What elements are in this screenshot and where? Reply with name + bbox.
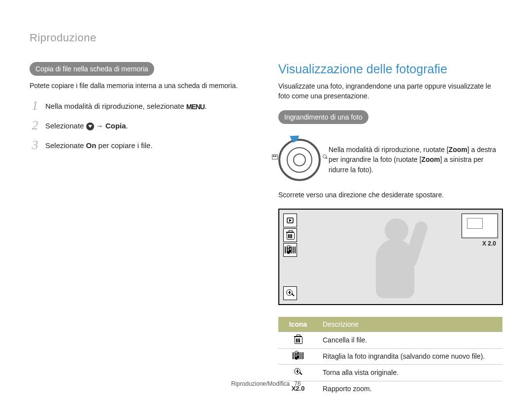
right-column: Visualizzazione delle fotografie Visuali… bbox=[278, 62, 502, 396]
step-number: 2 bbox=[30, 119, 40, 132]
section-title: Riproduzione bbox=[30, 31, 502, 44]
th-desc: Descrizione bbox=[318, 317, 502, 332]
step-bold: On bbox=[86, 141, 97, 150]
dial-icon bbox=[278, 139, 321, 181]
cell-desc: Cancella il file. bbox=[318, 332, 502, 348]
text-bold: Zoom bbox=[421, 155, 440, 163]
pill-zoom: Ingrandimento di una foto bbox=[278, 110, 368, 124]
footer-path: Riproduzione/Modifica bbox=[231, 380, 290, 387]
cell-desc: Ritaglia la foto ingrandita (salvando co… bbox=[318, 348, 502, 364]
step-text: . bbox=[126, 122, 128, 130]
thumbnails-icon bbox=[272, 154, 278, 159]
step-text: → bbox=[96, 122, 105, 130]
crop-icon bbox=[293, 352, 303, 359]
step-number: 1 bbox=[30, 99, 40, 112]
menu-icon: MENU bbox=[186, 102, 204, 112]
cell-desc: Torna alla vista originale. bbox=[318, 364, 502, 381]
zoom-label: X 2.0 bbox=[482, 240, 496, 247]
dropdown-icon bbox=[86, 123, 94, 130]
zoom-row: Nella modalità di riproduzione, ruotate … bbox=[278, 139, 502, 181]
step-text: Selezionate bbox=[45, 122, 86, 130]
left-column: Copia di file nella scheda di memoria Po… bbox=[30, 62, 254, 396]
zoom-dial bbox=[278, 139, 321, 181]
step-text: Selezionate bbox=[45, 141, 86, 150]
svg-marker-1 bbox=[289, 219, 292, 222]
columns: Copia di file nella scheda di memoria Po… bbox=[30, 62, 502, 396]
text-bold: Zoom bbox=[449, 146, 467, 154]
step-body: Nella modalità di riproduzione, selezion… bbox=[45, 99, 206, 112]
play-icon bbox=[283, 214, 297, 227]
pill-copy-files: Copia di file nella scheda di memoria bbox=[30, 62, 154, 76]
step-2: 2 Selezionate → Copia. bbox=[30, 119, 254, 132]
table-row: Cancella il file. bbox=[278, 332, 502, 348]
page: Riproduzione Copia di file nella scheda … bbox=[0, 0, 532, 401]
table-header: Icona Descrizione bbox=[278, 317, 502, 332]
cell-icon bbox=[278, 364, 318, 381]
text: Nella modalità di riproduzione, ruotate … bbox=[329, 146, 449, 154]
step-bold: Copia bbox=[105, 122, 126, 130]
right-intro: Visualizzate una foto, ingrandendone una… bbox=[278, 81, 502, 101]
step-body: Selezionate On per copiare i file. bbox=[45, 139, 153, 152]
cell-icon bbox=[278, 332, 318, 348]
trash-icon bbox=[283, 228, 297, 242]
th-icon: Icona bbox=[278, 317, 318, 332]
left-intro: Potete copiare i file dalla memoria inte… bbox=[30, 81, 254, 91]
zoom-reset-icon bbox=[294, 368, 302, 376]
step-body: Selezionate → Copia. bbox=[45, 119, 128, 132]
photo-subject bbox=[353, 216, 437, 304]
magnifier-icon bbox=[323, 154, 328, 159]
step-number: 3 bbox=[30, 139, 40, 152]
nav-map bbox=[462, 214, 498, 238]
step-text: Nella modalità di riproduzione, selezion… bbox=[45, 102, 186, 110]
right-heading: Visualizzazione delle fotografie bbox=[278, 62, 502, 76]
trash-icon bbox=[295, 336, 301, 343]
camera-screen: X 2.0 bbox=[278, 209, 503, 305]
page-number: 76 bbox=[294, 380, 300, 387]
scroll-instruction: Scorrete verso una direzione che desider… bbox=[278, 190, 502, 200]
crop-icon bbox=[283, 243, 297, 257]
zoom-instruction: Nella modalità di riproduzione, ruotate … bbox=[329, 145, 502, 175]
cell-icon bbox=[278, 348, 318, 364]
table-row: Torna alla vista originale. bbox=[278, 364, 502, 381]
steps-list: 1 Nella modalità di riproduzione, selezi… bbox=[30, 99, 254, 152]
step-text: per copiare i file. bbox=[96, 141, 152, 150]
zoom-reset-icon bbox=[283, 286, 297, 300]
step-3: 3 Selezionate On per copiare i file. bbox=[30, 139, 254, 152]
table-row: Ritaglia la foto ingrandita (salvando co… bbox=[278, 348, 502, 364]
step-1: 1 Nella modalità di riproduzione, selezi… bbox=[30, 99, 254, 112]
step-text: . bbox=[204, 102, 206, 110]
footer: Riproduzione/Modifica 76 bbox=[0, 380, 532, 387]
